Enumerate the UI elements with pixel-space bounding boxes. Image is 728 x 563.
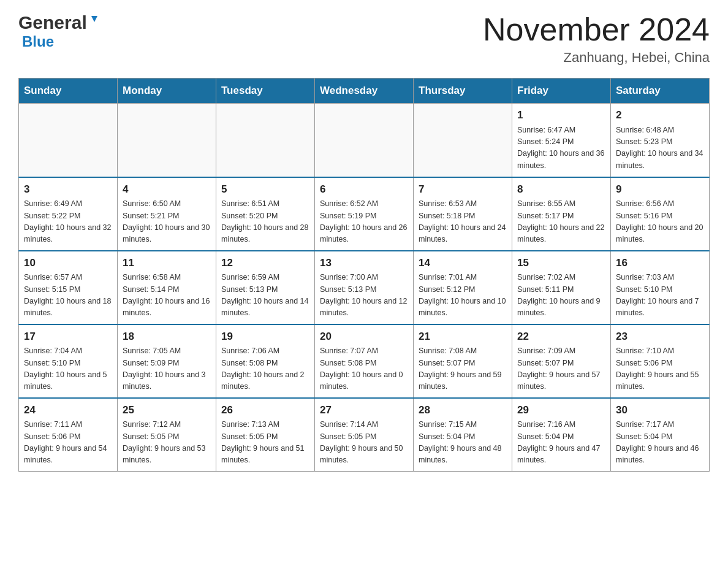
table-row: 2Sunrise: 6:48 AMSunset: 5:23 PMDaylight… (611, 104, 710, 177)
day-number: 20 (320, 329, 408, 345)
day-number: 16 (616, 255, 704, 271)
table-row: 10Sunrise: 6:57 AMSunset: 5:15 PMDayligh… (19, 251, 118, 324)
day-number: 17 (24, 329, 112, 345)
day-info: Sunrise: 7:10 AMSunset: 5:06 PMDaylight:… (616, 345, 704, 393)
day-info: Sunrise: 7:13 AMSunset: 5:05 PMDaylight:… (221, 419, 309, 467)
day-info: Sunrise: 7:12 AMSunset: 5:05 PMDaylight:… (123, 419, 211, 467)
table-row: 21Sunrise: 7:08 AMSunset: 5:07 PMDayligh… (414, 324, 512, 398)
table-row (414, 104, 512, 177)
day-number: 11 (123, 255, 211, 271)
table-row: 5Sunrise: 6:51 AMSunset: 5:20 PMDaylight… (216, 177, 315, 251)
day-info: Sunrise: 6:51 AMSunset: 5:20 PMDaylight:… (221, 198, 309, 246)
col-tuesday: Tuesday (216, 79, 315, 104)
title-section: November 2024 Zanhuang, Hebei, China (483, 12, 710, 66)
day-number: 25 (123, 402, 211, 418)
day-info: Sunrise: 7:00 AMSunset: 5:13 PMDaylight:… (320, 272, 408, 320)
page-header: General Blue November 2024 Zanhuang, Heb… (18, 12, 710, 66)
day-info: Sunrise: 6:57 AMSunset: 5:15 PMDaylight:… (24, 272, 112, 320)
table-row: 18Sunrise: 7:05 AMSunset: 5:09 PMDayligh… (118, 324, 216, 398)
day-info: Sunrise: 7:15 AMSunset: 5:04 PMDaylight:… (419, 419, 507, 467)
table-row: 25Sunrise: 7:12 AMSunset: 5:05 PMDayligh… (118, 398, 216, 472)
day-info: Sunrise: 6:59 AMSunset: 5:13 PMDaylight:… (221, 272, 309, 320)
table-row: 20Sunrise: 7:07 AMSunset: 5:08 PMDayligh… (315, 324, 414, 398)
logo-blue-text: Blue (22, 33, 54, 50)
day-info: Sunrise: 7:02 AMSunset: 5:11 PMDaylight:… (517, 272, 605, 320)
table-row: 26Sunrise: 7:13 AMSunset: 5:05 PMDayligh… (216, 398, 315, 472)
day-number: 9 (616, 182, 704, 197)
table-row: 9Sunrise: 6:56 AMSunset: 5:16 PMDaylight… (611, 177, 710, 251)
day-info: Sunrise: 6:52 AMSunset: 5:19 PMDaylight:… (320, 198, 408, 246)
day-number: 27 (320, 402, 408, 418)
day-number: 1 (517, 107, 605, 123)
day-info: Sunrise: 7:08 AMSunset: 5:07 PMDaylight:… (419, 345, 507, 393)
day-number: 28 (419, 402, 507, 418)
col-wednesday: Wednesday (315, 79, 414, 104)
day-number: 2 (616, 107, 704, 123)
day-number: 18 (123, 329, 211, 345)
day-info: Sunrise: 7:17 AMSunset: 5:04 PMDaylight:… (616, 419, 704, 467)
day-info: Sunrise: 7:03 AMSunset: 5:10 PMDaylight:… (616, 272, 704, 320)
table-row: 11Sunrise: 6:58 AMSunset: 5:14 PMDayligh… (118, 251, 216, 324)
day-number: 13 (320, 255, 408, 271)
day-info: Sunrise: 7:11 AMSunset: 5:06 PMDaylight:… (24, 419, 112, 467)
logo: General Blue (18, 12, 101, 50)
day-info: Sunrise: 7:06 AMSunset: 5:08 PMDaylight:… (221, 345, 309, 393)
day-number: 12 (221, 255, 309, 271)
day-number: 21 (419, 329, 507, 345)
table-row (19, 104, 118, 177)
day-number: 22 (517, 329, 605, 345)
day-number: 5 (221, 182, 309, 197)
table-row: 17Sunrise: 7:04 AMSunset: 5:10 PMDayligh… (19, 324, 118, 398)
table-row (315, 104, 414, 177)
table-row: 19Sunrise: 7:06 AMSunset: 5:08 PMDayligh… (216, 324, 315, 398)
calendar-week-row: 10Sunrise: 6:57 AMSunset: 5:15 PMDayligh… (19, 251, 710, 324)
day-info: Sunrise: 6:58 AMSunset: 5:14 PMDaylight:… (123, 272, 211, 320)
day-number: 7 (419, 182, 507, 197)
table-row: 23Sunrise: 7:10 AMSunset: 5:06 PMDayligh… (611, 324, 710, 398)
day-info: Sunrise: 6:55 AMSunset: 5:17 PMDaylight:… (517, 198, 605, 246)
table-row: 1Sunrise: 6:47 AMSunset: 5:24 PMDaylight… (512, 104, 611, 177)
calendar-week-row: 1Sunrise: 6:47 AMSunset: 5:24 PMDaylight… (19, 104, 710, 177)
logo-arrow-icon (88, 13, 101, 29)
day-number: 23 (616, 329, 704, 345)
day-info: Sunrise: 7:01 AMSunset: 5:12 PMDaylight:… (419, 272, 507, 320)
day-info: Sunrise: 6:47 AMSunset: 5:24 PMDaylight:… (517, 124, 605, 172)
table-row: 27Sunrise: 7:14 AMSunset: 5:05 PMDayligh… (315, 398, 414, 472)
table-row: 4Sunrise: 6:50 AMSunset: 5:21 PMDaylight… (118, 177, 216, 251)
day-number: 10 (24, 255, 112, 271)
col-thursday: Thursday (414, 79, 512, 104)
table-row: 14Sunrise: 7:01 AMSunset: 5:12 PMDayligh… (414, 251, 512, 324)
day-number: 29 (517, 402, 605, 418)
day-info: Sunrise: 6:48 AMSunset: 5:23 PMDaylight:… (616, 124, 704, 172)
table-row: 15Sunrise: 7:02 AMSunset: 5:11 PMDayligh… (512, 251, 611, 324)
month-title: November 2024 (483, 12, 710, 47)
calendar-header-row: Sunday Monday Tuesday Wednesday Thursday… (19, 79, 710, 104)
day-number: 19 (221, 329, 309, 345)
calendar-table: Sunday Monday Tuesday Wednesday Thursday… (18, 78, 710, 472)
table-row: 8Sunrise: 6:55 AMSunset: 5:17 PMDaylight… (512, 177, 611, 251)
table-row: 22Sunrise: 7:09 AMSunset: 5:07 PMDayligh… (512, 324, 611, 398)
day-info: Sunrise: 7:05 AMSunset: 5:09 PMDaylight:… (123, 345, 211, 393)
location-text: Zanhuang, Hebei, China (483, 50, 710, 66)
logo-general-text: General (18, 12, 87, 33)
day-info: Sunrise: 6:56 AMSunset: 5:16 PMDaylight:… (616, 198, 704, 246)
day-info: Sunrise: 7:16 AMSunset: 5:04 PMDaylight:… (517, 419, 605, 467)
table-row: 7Sunrise: 6:53 AMSunset: 5:18 PMDaylight… (414, 177, 512, 251)
table-row: 30Sunrise: 7:17 AMSunset: 5:04 PMDayligh… (611, 398, 710, 472)
col-monday: Monday (118, 79, 216, 104)
calendar-week-row: 24Sunrise: 7:11 AMSunset: 5:06 PMDayligh… (19, 398, 710, 472)
col-saturday: Saturday (611, 79, 710, 104)
table-row: 6Sunrise: 6:52 AMSunset: 5:19 PMDaylight… (315, 177, 414, 251)
day-number: 14 (419, 255, 507, 271)
table-row: 29Sunrise: 7:16 AMSunset: 5:04 PMDayligh… (512, 398, 611, 472)
day-info: Sunrise: 6:53 AMSunset: 5:18 PMDaylight:… (419, 198, 507, 246)
day-number: 8 (517, 182, 605, 197)
table-row: 3Sunrise: 6:49 AMSunset: 5:22 PMDaylight… (19, 177, 118, 251)
day-number: 24 (24, 402, 112, 418)
day-number: 6 (320, 182, 408, 197)
table-row: 24Sunrise: 7:11 AMSunset: 5:06 PMDayligh… (19, 398, 118, 472)
day-info: Sunrise: 7:04 AMSunset: 5:10 PMDaylight:… (24, 345, 112, 393)
table-row: 16Sunrise: 7:03 AMSunset: 5:10 PMDayligh… (611, 251, 710, 324)
table-row (216, 104, 315, 177)
day-info: Sunrise: 6:49 AMSunset: 5:22 PMDaylight:… (24, 198, 112, 246)
